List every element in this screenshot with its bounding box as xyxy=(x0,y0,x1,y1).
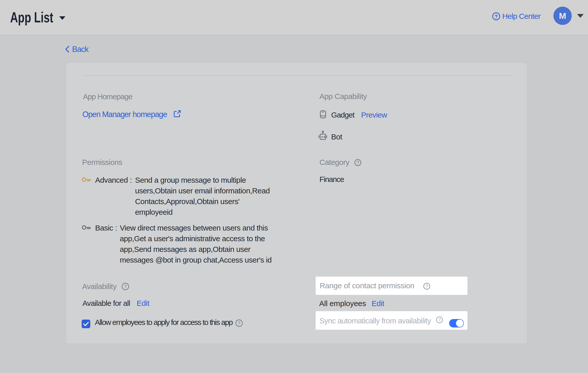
svg-text:?: ? xyxy=(438,318,441,323)
svg-text:?: ? xyxy=(425,284,428,289)
svg-text:?: ? xyxy=(495,13,498,19)
svg-text:?: ? xyxy=(124,284,127,289)
svg-text:?: ? xyxy=(357,160,359,165)
svg-text:?: ? xyxy=(238,321,241,326)
